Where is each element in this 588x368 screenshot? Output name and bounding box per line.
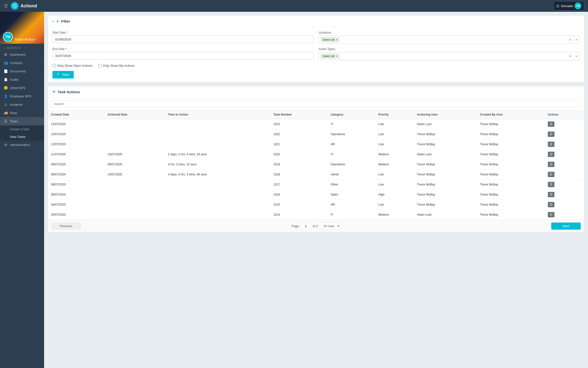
cell-time-to-action (165, 200, 271, 210)
sidebar-item-client-nps[interactable]: 😊 Client NPS › (0, 84, 44, 92)
row-actions-button[interactable]: ☰ (548, 121, 554, 127)
hamburger-icon[interactable]: ☰ (4, 3, 8, 9)
row-actions-button[interactable]: ☰ (548, 212, 554, 217)
task-actions-title: Task Actions (58, 90, 80, 94)
action-types-select[interactable]: Select all ✕ ✕ ▾ (318, 52, 580, 60)
col-category: Category (328, 110, 376, 119)
row-actions-button[interactable]: ☰ (548, 162, 554, 167)
brand-badge: ⊞ Solvable TM (553, 1, 584, 11)
top-nav: ☰ Actiond ⊞ Solvable TM (0, 0, 588, 12)
only-my-checkbox-label[interactable]: Only Show My Actions (98, 64, 135, 67)
cell-actioning-user: Adam Luck (414, 149, 477, 159)
sidebar-item-documents[interactable]: 📄 Documents (0, 67, 44, 75)
row-actions-button[interactable]: ☰ (548, 152, 554, 157)
cell-actioned-date (105, 180, 165, 190)
chevron-right-icon: › (40, 144, 41, 146)
next-button[interactable]: Next (551, 223, 581, 230)
col-actioned-date: Actioned Date (105, 110, 165, 119)
sidebar-username[interactable]: Trevor McBay ▾ (15, 38, 37, 41)
search-icon: 🔍 (57, 73, 61, 77)
table-body: 13/07/2020 1023 IT Low Adam Luck Trevor … (48, 119, 584, 220)
chevron-down-icon: ⌄ (39, 120, 41, 123)
cell-actioned-date (105, 190, 165, 200)
cell-created-date: 03/07/2020 (48, 210, 105, 220)
end-date-input[interactable] (52, 52, 314, 60)
row-actions-button[interactable]: ☰ (548, 142, 554, 147)
cell-priority: Medium (375, 149, 414, 159)
page-input[interactable] (301, 223, 311, 229)
cell-priority: Low (375, 129, 414, 139)
sidebar-item-contacts[interactable]: 👥 Contacts › (0, 59, 44, 67)
filter-header[interactable]: ▾ ▼ Filter (48, 16, 584, 27)
cell-created-by-user: Trevor McBay (477, 200, 545, 210)
cell-task-number: 1015 (270, 200, 328, 210)
table-row: 09/07/2020 09/07/2020 4 hrs, 3 mins, 12 … (48, 159, 584, 170)
app-logo: Actiond (11, 2, 37, 10)
row-actions-button[interactable]: ☰ (548, 131, 554, 137)
locations-select[interactable]: Select all ✕ ✕ ▾ (318, 36, 580, 44)
content-area: ▾ ▼ Filter Start Date * Locations (44, 12, 588, 368)
remove-locations-tag[interactable]: ✕ (335, 38, 338, 41)
rows-select[interactable]: 10 rows 25 rows 50 rows (320, 223, 341, 230)
task-actions-card: ⚑ Task Actions Created Date Actioned Dat… (48, 86, 584, 232)
sidebar-item-label: Dashboard (10, 53, 25, 56)
row-actions-button[interactable]: ☰ (548, 172, 554, 177)
sidebar-item-view-tasks[interactable]: View Tasks (0, 133, 44, 141)
nav-avatar[interactable]: TM (575, 2, 581, 9)
cell-actions: ☰ (545, 139, 584, 149)
cell-created-date: 11/07/2020 (48, 149, 105, 159)
cell-created-by-user: Trevor McBay (477, 170, 545, 180)
action-types-tag: Select all ✕ (321, 54, 339, 59)
previous-button[interactable]: Previous (51, 223, 81, 230)
sidebar-item-label: Documents (10, 69, 26, 73)
cell-task-number: 1021 (270, 139, 328, 149)
sidebar-item-label: Client NPS (10, 86, 25, 90)
table-row: 04/07/2020 1015 HR Low Trevor McBay Trev… (48, 200, 584, 210)
sidebar-item-fleet[interactable]: 🚚 Fleet › (0, 109, 44, 117)
table-row: 12/07/2020 1021 HR Low Trevor McBay Trev… (48, 139, 584, 149)
cell-actions: ☰ (545, 129, 584, 139)
sidebar-item-incidents[interactable]: ⚠ Incidents › (0, 100, 44, 109)
only-open-checkbox-label[interactable]: Only Show Open Actions (52, 64, 92, 67)
chevron-right-icon: › (40, 95, 41, 98)
cell-actioning-user: Trevor McBay (414, 180, 477, 190)
dashboard-icon: ⊞ (3, 53, 8, 56)
cell-created-date: 08/07/2020 (48, 190, 105, 200)
remove-action-types-tag[interactable]: ✕ (335, 55, 338, 58)
action-types-arrow-icon[interactable]: ▾ (574, 54, 577, 58)
cell-time-to-action (165, 129, 271, 139)
sidebar-item-create-task[interactable]: Create a Task (0, 125, 44, 133)
cell-actioned-date: 13/07/2020 (105, 149, 165, 159)
pagination: Previous Page of 2 10 rows 25 rows 50 ro… (48, 220, 584, 232)
search-input[interactable] (51, 100, 581, 108)
sidebar-item-employee-nps[interactable]: 👤 Employee NPS › (0, 92, 44, 100)
start-date-label: Start Date * (52, 31, 314, 34)
sidebar-item-tasks[interactable]: ☰ Tasks ⌄ (0, 117, 44, 125)
row-actions-button[interactable]: ☰ (548, 182, 554, 187)
fleet-icon: 🚚 (3, 111, 8, 115)
cell-priority: Low (375, 180, 414, 190)
sidebar-item-administration[interactable]: ⚙ Administration › (0, 141, 44, 149)
cell-task-number: 1018 (270, 170, 328, 180)
sidebar-item-audits[interactable]: 📋 Audits › (0, 75, 44, 84)
cell-actioned-date (105, 119, 165, 129)
row-actions-button[interactable]: ☰ (548, 192, 554, 197)
app-name: Actiond (21, 3, 37, 9)
cell-time-to-action (165, 190, 271, 200)
only-open-checkbox[interactable] (52, 64, 56, 67)
search-bar (48, 98, 584, 110)
start-date-input[interactable] (52, 36, 314, 43)
cell-actioning-user: Trevor McBay (414, 139, 477, 149)
sidebar-item-dashboard[interactable]: ⊞ Dashboard (0, 50, 44, 59)
sidebar: TM Trevor McBay ▾ — MODULES ⊞ Dashboard … (0, 12, 44, 368)
row-actions-button[interactable]: ☰ (548, 202, 554, 207)
only-my-checkbox[interactable] (98, 64, 101, 67)
chevron-right-icon: › (40, 112, 41, 114)
action-types-label: Action Types (318, 47, 580, 51)
locations-clear-icon[interactable]: ✕ (568, 38, 573, 42)
cell-priority: Low (375, 119, 414, 129)
filter-button[interactable]: 🔍 Filter (52, 71, 74, 79)
action-types-clear-icon[interactable]: ✕ (568, 54, 573, 58)
cell-actioning-user: Adam Luck (414, 210, 477, 220)
locations-arrow-icon[interactable]: ▾ (574, 38, 577, 41)
